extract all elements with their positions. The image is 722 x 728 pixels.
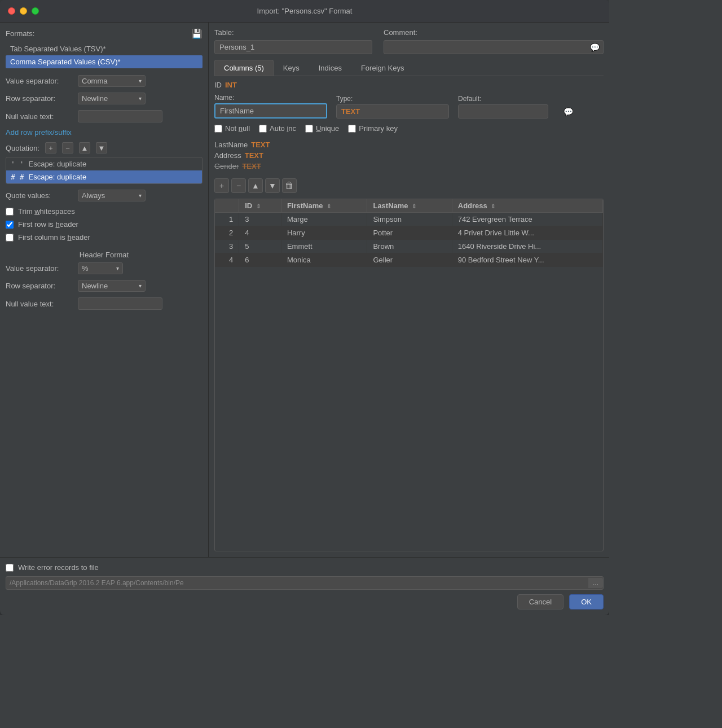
auto-inc-checkbox[interactable] xyxy=(259,125,267,133)
header-null-row: Null value text: xyxy=(6,297,202,310)
trim-whitespaces-label: Trim whitespaces xyxy=(18,207,75,216)
null-value-input[interactable] xyxy=(78,110,162,122)
quote-values-dropdown[interactable]: Always Never When required xyxy=(82,191,137,200)
quotation-remove-button[interactable]: − xyxy=(62,142,73,154)
value-separator-select[interactable]: Comma Tab Semicolon Space ▾ xyxy=(78,75,146,87)
quotation-add-button[interactable]: + xyxy=(45,142,56,154)
tab-keys[interactable]: Keys xyxy=(274,60,309,76)
dialog-buttons: Cancel OK xyxy=(6,594,604,609)
value-separator-dropdown[interactable]: Comma Tab Semicolon Space xyxy=(82,77,137,85)
chevron-down-icon: ▾ xyxy=(116,265,119,271)
error-row: Write error records to file xyxy=(6,563,604,572)
error-path-input[interactable] xyxy=(6,577,588,589)
checkboxes-row: Not null Auto inc Unique Primary key xyxy=(214,124,604,133)
quote-values-label: Quote values: xyxy=(6,191,73,200)
header-null-label: Null value text: xyxy=(6,300,73,308)
header-value-sep-select[interactable]: % ▾ xyxy=(78,262,123,274)
comment-label: Comment: xyxy=(384,28,604,37)
error-checkbox[interactable] xyxy=(6,564,14,572)
col-name-input[interactable] xyxy=(214,103,327,119)
data-table: ID ⇕ FirstName ⇕ LastName ⇕ Address ⇕ 1 … xyxy=(215,199,603,267)
trim-whitespaces-checkbox[interactable] xyxy=(6,208,14,216)
quotation-item-hash[interactable]: # # Escape: duplicate xyxy=(6,170,202,183)
move-down-button[interactable]: ▼ xyxy=(265,178,280,193)
save-icon[interactable]: 💾 xyxy=(191,28,202,39)
formats-label: Formats: xyxy=(6,29,34,38)
header-null-input[interactable] xyxy=(78,297,162,310)
primary-key-check[interactable]: Primary key xyxy=(348,124,398,133)
formats-header: Formats: 💾 xyxy=(6,28,202,39)
tab-columns[interactable]: Columns (5) xyxy=(214,60,274,76)
null-value-row: Null value text: xyxy=(6,110,202,122)
null-value-label: Null value text: xyxy=(6,112,73,121)
value-separator-row: Value separator: Comma Tab Semicolon Spa… xyxy=(6,75,202,87)
col-header-lastname[interactable]: LastName ⇕ xyxy=(367,199,452,213)
right-panel: Table: Comment: 💬 Columns (5) Keys xyxy=(209,23,609,557)
unique-check[interactable]: Unique xyxy=(305,124,339,133)
col-header-address[interactable]: Address ⇕ xyxy=(452,199,602,213)
add-column-button[interactable]: + xyxy=(214,178,229,193)
add-row-prefix-link[interactable]: Add row prefix/suffix xyxy=(6,128,202,137)
move-up-button[interactable]: ▲ xyxy=(248,178,263,193)
comment-section: Comment: 💬 xyxy=(384,28,604,54)
comment-icon[interactable]: 💬 xyxy=(587,43,603,52)
delete-column-button[interactable]: 🗑 xyxy=(282,178,297,193)
format-csv[interactable]: Comma Separated Values (CSV)* xyxy=(6,55,202,68)
first-col-header-checkbox[interactable] xyxy=(6,234,14,242)
chevron-down-icon: ▾ xyxy=(139,78,142,84)
col-name-field: Name: xyxy=(214,94,327,119)
col-default-field: Default: 💬 xyxy=(458,95,548,119)
primary-key-checkbox[interactable] xyxy=(348,125,356,133)
column-id-label: ID xyxy=(214,81,222,89)
unique-checkbox[interactable] xyxy=(305,125,313,133)
table-row: 1 3 Marge Simpson 742 Evergreen Terrace xyxy=(215,213,603,226)
default-comment-icon[interactable]: 💬 xyxy=(560,107,576,116)
row-separator-dropdown[interactable]: Newline CR CRLF xyxy=(82,94,137,103)
comment-input[interactable] xyxy=(384,41,587,54)
not-null-checkbox[interactable] xyxy=(214,125,222,133)
header-value-sep-row: Value separator: % ▾ xyxy=(6,262,202,274)
col-default-input[interactable] xyxy=(459,105,560,118)
col-header-rownum xyxy=(215,199,239,213)
format-tsv[interactable]: Tab Separated Values (TSV)* xyxy=(6,42,202,55)
bottom-bar: Write error records to file ... Cancel O… xyxy=(0,557,609,615)
first-col-header-row: First column is header xyxy=(6,233,202,242)
table-section: Table: xyxy=(214,28,372,54)
close-button[interactable] xyxy=(8,7,15,15)
header-value-sep-dropdown[interactable]: % xyxy=(82,264,114,273)
quotation-down-button[interactable]: ▼ xyxy=(96,142,107,154)
ok-button[interactable]: OK xyxy=(569,594,604,609)
tabs-bar: Columns (5) Keys Indices Foreign Keys xyxy=(214,60,604,76)
column-entry-gender: Gender TEXT xyxy=(214,161,604,172)
tab-foreign-keys[interactable]: Foreign Keys xyxy=(351,60,414,76)
col-type-input[interactable] xyxy=(336,104,449,119)
error-path-browse-button[interactable]: ... xyxy=(588,578,603,588)
quotation-header: Quotation: + − ▲ ▼ xyxy=(6,142,202,154)
table-body: 1 3 Marge Simpson 742 Evergreen Terrace … xyxy=(215,213,603,267)
cancel-button[interactable]: Cancel xyxy=(517,594,563,609)
chevron-down-icon: ▾ xyxy=(139,192,142,199)
quote-values-select[interactable]: Always Never When required ▾ xyxy=(78,190,146,201)
minimize-button[interactable] xyxy=(20,7,27,15)
auto-inc-check[interactable]: Auto inc xyxy=(259,124,296,133)
maximize-button[interactable] xyxy=(32,7,39,15)
col-header-firstname[interactable]: FirstName ⇕ xyxy=(281,199,367,213)
left-panel: Formats: 💾 Tab Separated Values (TSV)* C… xyxy=(0,23,209,557)
col-toolbar: + − ▲ ▼ 🗑 xyxy=(214,176,604,195)
quotation-up-button[interactable]: ▲ xyxy=(79,142,90,154)
remove-column-button[interactable]: − xyxy=(231,178,246,193)
first-row-header-checkbox[interactable] xyxy=(6,221,14,229)
col-default-label: Default: xyxy=(458,95,548,103)
table-row: 2 4 Harry Potter 4 Privet Drive Little W… xyxy=(215,226,603,240)
titlebar: Import: "Persons.csv" Format xyxy=(0,0,609,23)
quotation-item-single[interactable]: ' ' Escape: duplicate xyxy=(6,157,202,170)
not-null-check[interactable]: Not null xyxy=(214,124,250,133)
row-separator-select[interactable]: Newline CR CRLF ▾ xyxy=(78,93,146,104)
col-header-id[interactable]: ID ⇕ xyxy=(239,199,281,213)
first-row-header-label: First row is header xyxy=(18,220,78,229)
header-row-sep-select[interactable]: Newline CR CRLF ▾ xyxy=(78,280,146,292)
tab-indices[interactable]: Indices xyxy=(309,60,351,76)
table-name-input[interactable] xyxy=(214,40,372,54)
header-row-sep-dropdown[interactable]: Newline CR CRLF xyxy=(82,282,137,290)
value-separator-label: Value separator: xyxy=(6,77,73,85)
